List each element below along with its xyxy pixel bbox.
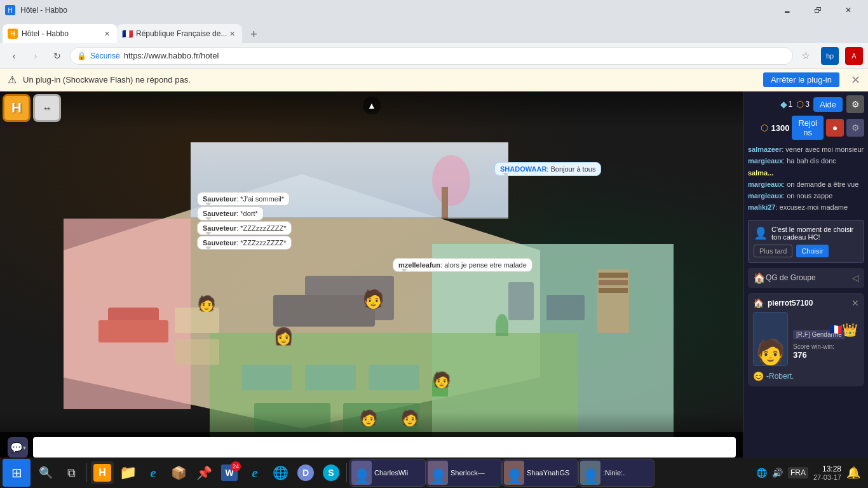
search-taskbar-button[interactable]: 🔍 bbox=[34, 461, 57, 484]
tab-habbo-close[interactable]: ✕ bbox=[102, 29, 112, 39]
msg5-text: on nous zappe bbox=[787, 192, 832, 200]
game-view[interactable]: 🧑 🧑 👩 🧑 🧑 🧑 Sauveteur: *J'ai sommeil* bbox=[0, 92, 743, 458]
habbo-expand-button[interactable]: ↔ bbox=[33, 94, 61, 122]
skype-icon[interactable]: S bbox=[320, 461, 342, 484]
explorer-pinned-icon[interactable]: 📁 bbox=[116, 461, 139, 484]
profile-close-button[interactable]: ✕ bbox=[851, 298, 859, 308]
msg6-text: excusez-moi madame bbox=[780, 203, 848, 211]
pin-icon[interactable]: 📌 bbox=[193, 461, 215, 484]
ninie-name: :Ninie:. bbox=[603, 469, 625, 477]
gift-later-button[interactable]: Plus tard bbox=[754, 245, 792, 257]
chat-right-msg-5: margieaux: on nous zappe bbox=[748, 191, 864, 200]
volume-icon[interactable]: 🔊 bbox=[772, 468, 783, 478]
ie-pinned-icon[interactable]: e bbox=[142, 461, 165, 484]
bookmark-button[interactable]: ☆ bbox=[797, 47, 815, 65]
dropbox-icon[interactable]: 📦 bbox=[167, 461, 190, 484]
friend-item-shaaynah[interactable]: 👤 ShaaYnahGS bbox=[502, 459, 578, 487]
system-tray: 🌐 🔊 FRA 13:28 27-03-17 🔔 bbox=[756, 464, 865, 481]
group-arrow-icon[interactable]: ◁ bbox=[852, 273, 859, 283]
stop-plugin-button[interactable]: Arrêter le plug-in bbox=[763, 72, 839, 87]
back-button[interactable]: ‹ bbox=[5, 47, 23, 65]
gift-icon-row: 👤 C'est le moment de choisir ton cadeau … bbox=[754, 226, 858, 241]
habbo-home-button[interactable]: H bbox=[3, 94, 31, 122]
lock-icon: 🔒 bbox=[77, 51, 86, 60]
flash-bar-close[interactable]: ✕ bbox=[851, 73, 860, 87]
sherlock-name: Sherlock— bbox=[451, 469, 485, 477]
chat-text-1: *J'ai sommeil* bbox=[240, 195, 284, 203]
clock[interactable]: 13:28 27-03-17 bbox=[813, 464, 841, 481]
taskbar: ⊞ 🔍 ⧉ H 📁 e 📦 📌 W 24 e 🌐 bbox=[0, 458, 868, 488]
network-icon[interactable]: 🌐 bbox=[756, 468, 767, 478]
gift-title: C'est le moment de choisir ton cadeau HC… bbox=[771, 226, 858, 241]
forward-button[interactable]: › bbox=[27, 47, 44, 65]
restore-button[interactable]: 🗗 bbox=[803, 0, 832, 20]
url-bar[interactable]: 🔒 Sécurisé https://www.habbo.fr/hotel bbox=[70, 47, 793, 65]
chrome-app-icon: 🌐 bbox=[273, 465, 288, 480]
tab-fr-label: République Française de... bbox=[136, 29, 227, 38]
ie2-icon[interactable]: e bbox=[243, 461, 266, 484]
tab-bar: H Hôtel - Habbo ✕ 🇫🇷 République Français… bbox=[0, 20, 868, 43]
charleswii-name: CharlesWii bbox=[374, 469, 408, 477]
msg2-text: ha bah dis donc bbox=[787, 157, 836, 165]
settings-button[interactable]: ⚙ bbox=[846, 95, 864, 113]
discord-icon[interactable]: D bbox=[294, 461, 317, 484]
msg3-sender: salma... bbox=[748, 169, 773, 177]
pixel-count: 1300 bbox=[771, 123, 789, 133]
browser-icon: H bbox=[5, 5, 15, 15]
chat-right-msg-6: maliki27: excusez-moi madame bbox=[748, 203, 864, 212]
friend-item-ninie[interactable]: 👤 :Ninie:. bbox=[578, 459, 654, 487]
close-button[interactable]: ✕ bbox=[834, 0, 863, 20]
skype-app-icon: S bbox=[323, 464, 339, 481]
adobe-extension[interactable]: A bbox=[845, 47, 863, 65]
chat-right-msg-3: salma... bbox=[748, 168, 864, 177]
chat-input-field[interactable] bbox=[33, 437, 736, 458]
friend-item-sherlock[interactable]: 👤 Sherlock— bbox=[426, 459, 502, 487]
red-button[interactable]: ● bbox=[826, 119, 844, 137]
msg1-sender: salmazeer bbox=[748, 146, 782, 153]
credit-stat: ⬡ 3 bbox=[796, 99, 810, 109]
chat-right-msg-1: salmazeer: vener avec moi monsieur bbox=[748, 145, 864, 154]
gift-buttons: Plus tard Choisir bbox=[754, 245, 858, 257]
group-section[interactable]: 🏠 QG de Groupe ◁ bbox=[748, 268, 864, 288]
new-tab-button[interactable]: + bbox=[245, 25, 262, 43]
msg4-sender: margieaux bbox=[748, 180, 783, 188]
rejoin-button[interactable]: Rejoins bbox=[792, 116, 824, 140]
right-panel: ◆ 1 ⬡ 3 Aide ⚙ ⬡ 1300 Rejoins ● ⚙ bbox=[743, 92, 868, 458]
start-button[interactable]: ⊞ bbox=[3, 459, 31, 487]
credit-icon: ⬡ bbox=[796, 99, 804, 109]
tab-fr-close[interactable]: ✕ bbox=[227, 29, 237, 39]
hp-extension[interactable]: hp bbox=[821, 47, 839, 65]
address-bar: ‹ › ↻ 🔒 Sécurisé https://www.habbo.fr/ho… bbox=[0, 43, 868, 69]
ninie-avatar: 👤 bbox=[580, 461, 600, 485]
chrome-icon[interactable]: 🌐 bbox=[269, 461, 292, 484]
gift-choose-button[interactable]: Choisir bbox=[796, 245, 828, 257]
habbo-navigation: H ↔ bbox=[3, 94, 61, 122]
chat-text-2: *dort* bbox=[240, 210, 258, 217]
explorer-icon: 📁 bbox=[119, 464, 137, 481]
window-controls: 🗕 🗗 ✕ bbox=[773, 0, 863, 20]
language-indicator[interactable]: FRA bbox=[788, 467, 808, 478]
msg5-sender: margieaux bbox=[748, 192, 783, 200]
tab-fr[interactable]: 🇫🇷 République Française de... ✕ bbox=[117, 24, 242, 43]
habbo-pinned-icon[interactable]: H bbox=[91, 461, 114, 484]
scroll-up-button[interactable]: ▲ bbox=[363, 97, 381, 114]
settings2-button[interactable]: ⚙ bbox=[846, 119, 864, 137]
avatar-figure: 🧑 bbox=[756, 340, 785, 364]
profile-content: 🧑 👑 🇫🇷 [R.F] Gendarme Score win-win: 376 bbox=[753, 312, 859, 366]
coins-row: ⬡ 1300 Rejoins ● ⚙ bbox=[744, 114, 868, 142]
refresh-button[interactable]: ↻ bbox=[48, 47, 66, 65]
dropbox-app-icon: 📦 bbox=[171, 465, 187, 480]
chat-mode-dropdown[interactable]: 💬 ▾ bbox=[8, 437, 28, 458]
minimize-button[interactable]: 🗕 bbox=[773, 0, 802, 20]
notification-icon[interactable]: 🔔 bbox=[846, 466, 860, 480]
word-icon[interactable]: W 24 bbox=[218, 461, 241, 484]
chat-right-msg-4: margieaux: on demande a être vue bbox=[748, 180, 864, 189]
tab-habbo[interactable]: H Hôtel - Habbo ✕ bbox=[3, 24, 117, 43]
msg4-text: on demande a être vue bbox=[787, 180, 858, 188]
aide-button[interactable]: Aide bbox=[813, 97, 843, 112]
profile-friend-icon[interactable]: 😊 -Robert. bbox=[753, 371, 859, 381]
task-view-button[interactable]: ⧉ bbox=[60, 461, 83, 484]
friend-name: -Robert. bbox=[766, 372, 794, 381]
gift-avatar-icon: 👤 bbox=[754, 226, 768, 240]
friend-item-charleswii[interactable]: 👤 CharlesWii bbox=[349, 459, 426, 487]
